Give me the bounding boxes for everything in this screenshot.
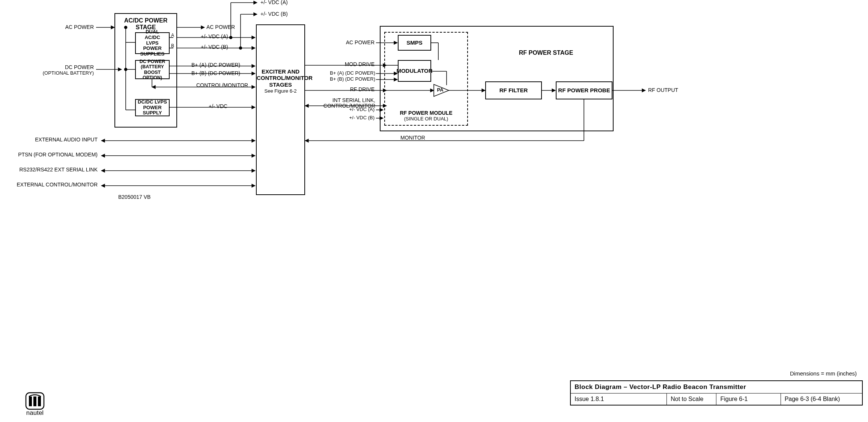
- dcdc-lvps-block: DC/DC LVPS POWER SUPPLY: [135, 99, 170, 116]
- title-block: Block Diagram – Vector-LP Radio Beacon T…: [570, 380, 863, 405]
- top-vdc-a-label: +/- VDC (A): [260, 0, 288, 5]
- dc-power-in-label: DC POWER: [34, 65, 94, 70]
- svg-point-18: [239, 47, 242, 50]
- exciter-sub: See Figure 6-2: [257, 89, 304, 94]
- ptsn-label: PTSN (FOR OPTIONAL MODEM): [11, 152, 98, 158]
- svg-point-14: [230, 36, 232, 39]
- rf-filter-label: RF FILTER: [499, 87, 528, 93]
- exciter-l3: STAGES: [257, 81, 304, 88]
- bplus-b-label: B+ (B) (DC POWER): [191, 71, 240, 76]
- dual-lvps-l3: SUPPLIES: [140, 51, 164, 57]
- rs232-label: RS232/RS422 EXT SERIAL LINK: [8, 167, 98, 173]
- logo-text: nautel: [22, 409, 48, 417]
- dc-boost-block: DC POWER (BATTERY BOOST OPTION): [135, 60, 170, 79]
- vdc-a-rf-label: +/- VDC (A): [326, 107, 375, 112]
- ac-power-in-label: AC POWER: [53, 24, 94, 30]
- title-block-issue: Issue 1.8.1: [570, 393, 667, 405]
- dual-lvps-block: DUAL AC/DC LVPS POWER SUPPLIES: [135, 32, 170, 54]
- modulator-label: MODULATOR: [396, 68, 432, 74]
- exciter-l1: EXCITER AND: [257, 68, 304, 75]
- title-block-scale: Not to Scale: [667, 393, 716, 405]
- dual-lvps-l2: LVPS POWER: [137, 41, 167, 52]
- smps-block: SMPS: [398, 35, 431, 51]
- drawing-no-label: B2050017 VB: [118, 194, 150, 200]
- dc-power-sub-label: (OPTIONAL BATTERY): [34, 71, 94, 76]
- rf-module-title: RF POWER MODULE: [384, 110, 468, 116]
- rf-module-sub: (SINGLE OR DUAL): [384, 116, 468, 122]
- company-logo: nautel: [22, 392, 48, 417]
- monitor-label: MONITOR: [390, 135, 435, 141]
- svg-rect-48: [29, 396, 32, 406]
- title-block-title: Block Diagram – Vector-LP Radio Beacon T…: [570, 381, 862, 393]
- rf-probe-block: RF POWER PROBE: [556, 81, 612, 99]
- dcdc-lvps-l1: DC/DC LVPS: [138, 99, 167, 105]
- modulator-block: MODULATOR: [398, 60, 431, 82]
- out-a-label: A: [171, 33, 174, 38]
- vdc-b-label: +/- VDC (B): [201, 44, 228, 50]
- pa-label: PA: [435, 87, 446, 93]
- rf-drive-label: RF DRIVE: [318, 87, 375, 92]
- vdc-a-label: +/- VDC (A): [201, 34, 228, 39]
- title-block-figure: Figure 6-1: [716, 393, 781, 405]
- bplus-a-label: B+ (A) (DC POWER): [191, 62, 240, 68]
- ac-power-out-label: AC POWER: [206, 24, 235, 30]
- dc-boost-l3: OPTION): [143, 75, 162, 80]
- dimensions-note: Dimensions = mm (inches): [790, 371, 857, 377]
- ac-power-rf-label: AC POWER: [326, 40, 375, 45]
- dc-boost-l2: (BATTERY BOOST: [137, 64, 167, 75]
- bplus-b-rf-label: B+ (B) (DC POWER): [317, 77, 375, 82]
- bplus-a-rf-label: B+ (A) (DC POWER): [317, 71, 375, 76]
- rf-filter-block: RF FILTER: [485, 81, 542, 99]
- pm-vdc-label: +/- VDC: [209, 104, 227, 109]
- dual-lvps-l1: DUAL AC/DC: [137, 29, 167, 41]
- ctrl-mon-label: CONTROL/MONITOR: [196, 83, 248, 88]
- nautel-logo-icon: [25, 392, 45, 410]
- exciter-block: EXCITER AND CONTROL/MONITOR STAGES See F…: [256, 24, 305, 195]
- ext-ctrl-label: EXTERNAL CONTROL/MONITOR: [8, 182, 98, 188]
- dcdc-lvps-l2: POWER SUPPLY: [137, 105, 167, 116]
- out-b-label: B: [171, 44, 174, 48]
- title-block-page: Page 6-3 (6-4 Blank): [781, 393, 862, 405]
- svg-rect-49: [33, 396, 36, 406]
- ext-audio-label: EXTERNAL AUDIO INPUT: [23, 137, 98, 143]
- svg-rect-50: [38, 396, 41, 406]
- exciter-l2: CONTROL/MONITOR: [257, 75, 304, 81]
- rf-output-label: RF OUTPUT: [648, 87, 678, 93]
- rf-stage-title: RF POWER STAGE: [497, 50, 595, 56]
- rf-probe-label: RF POWER PROBE: [558, 87, 610, 93]
- vdc-b-rf-label: +/- VDC (B): [326, 115, 375, 120]
- dc-boost-l1: DC POWER: [140, 59, 165, 64]
- smps-label: SMPS: [406, 39, 423, 46]
- mod-drive-label: MOD DRIVE: [318, 62, 375, 67]
- top-vdc-b-label: +/- VDC (B): [260, 11, 288, 17]
